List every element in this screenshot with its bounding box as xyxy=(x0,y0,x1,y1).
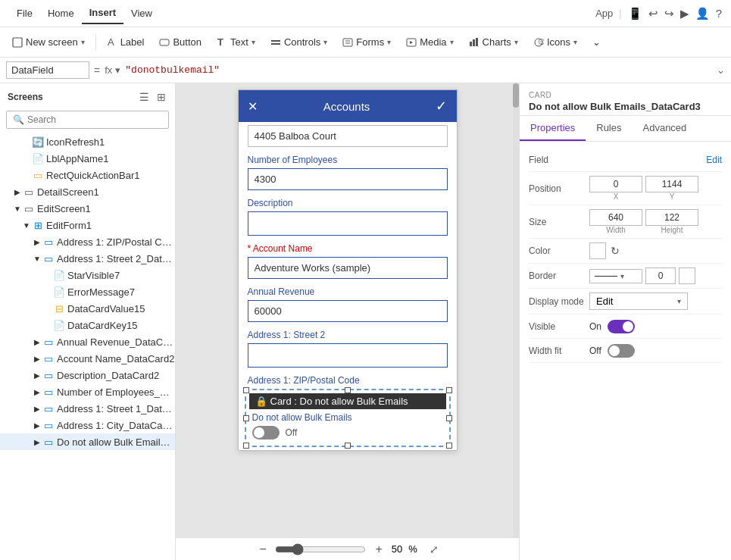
tree-item-accountname[interactable]: ▶ ▭ Account Name_DataCard2 xyxy=(0,350,175,367)
handle-tl[interactable] xyxy=(243,387,249,393)
display-mode-select[interactable]: Edit ▾ xyxy=(589,293,688,310)
tab-advanced[interactable]: Advanced xyxy=(633,116,698,141)
screens-header-icons: ☰ ⊞ xyxy=(138,89,167,105)
toggle-knob xyxy=(254,427,264,438)
account-name-input[interactable] xyxy=(248,257,448,279)
menu-home[interactable]: Home xyxy=(40,3,82,23)
tree-item-editscreen1[interactable]: ▼ ▭ EditScreen1 xyxy=(0,200,175,217)
charts-button[interactable]: Charts ▾ xyxy=(463,33,524,51)
position-y-input[interactable] xyxy=(645,176,698,192)
color-swatch[interactable] xyxy=(589,242,606,259)
size-width-input[interactable] xyxy=(589,209,642,226)
address-input[interactable] xyxy=(248,125,448,147)
label-button[interactable]: A Label xyxy=(101,33,151,51)
card-type-label: CARD xyxy=(529,91,722,99)
width-fit-toggle[interactable] xyxy=(608,344,635,358)
tree-item-address1street1[interactable]: ▶ ▭ Address 1: Street 1_DataCar xyxy=(0,400,175,417)
tab-rules[interactable]: Rules xyxy=(586,116,632,141)
forms-button[interactable]: Forms ▾ xyxy=(336,33,397,51)
handle-tc[interactable] xyxy=(345,387,351,393)
tree-item-numemployees[interactable]: ▶ ▭ Number of Employees_Data xyxy=(0,383,175,400)
tab-properties[interactable]: Properties xyxy=(520,116,586,141)
screens-header: Screens ☰ ⊞ xyxy=(0,83,175,108)
tree-item-starvisible7[interactable]: 📄 StarVisible7 xyxy=(0,267,175,283)
phone-icon[interactable]: 📱 xyxy=(628,7,642,20)
annual-revenue-input[interactable] xyxy=(248,300,448,322)
tree-item-donotbulkemail[interactable]: ▶ ▭ Do not allow Bulk Emails_D xyxy=(0,433,175,450)
tree-label: StarVisible7 xyxy=(67,270,120,281)
controls-button[interactable]: Controls ▾ xyxy=(264,33,333,51)
formula-field-select[interactable] xyxy=(6,61,89,79)
redo-icon[interactable]: ↪ xyxy=(664,7,674,20)
tree-item-address1city[interactable]: ▶ ▭ Address 1: City_DataCard2 xyxy=(0,417,175,433)
formula-input[interactable] xyxy=(125,64,712,76)
new-screen-button[interactable]: New screen ▾ xyxy=(6,33,91,51)
tree-item-iconrefresh1[interactable]: 🔄 IconRefresh1 xyxy=(0,133,175,150)
address2-input[interactable] xyxy=(248,343,448,368)
phone-frame: ✕ Accounts ✓ Number of Employees xyxy=(238,89,458,451)
help-icon[interactable]: ? xyxy=(716,7,722,20)
undo-icon[interactable]: ↩ xyxy=(648,7,658,20)
formula-expand-icon[interactable]: ⌄ xyxy=(717,64,725,76)
tree-item-description[interactable]: ▶ ▭ Description_DataCard2 xyxy=(0,367,175,383)
list-view-icon[interactable]: ☰ xyxy=(138,89,151,105)
media-button[interactable]: Media ▾ xyxy=(400,33,459,51)
tree-item-address1zip[interactable]: ▶ ▭ Address 1: ZIP/Postal Code_ xyxy=(0,233,175,250)
zoom-minus-button[interactable]: − xyxy=(256,543,269,556)
visible-toggle[interactable] xyxy=(608,320,635,333)
menu-view[interactable]: View xyxy=(123,3,160,23)
tree-item-rectquickactionbar1[interactable]: ▭ RectQuickActionBar1 xyxy=(0,167,175,183)
num-employees-input[interactable] xyxy=(248,168,448,190)
position-x-input[interactable] xyxy=(589,176,642,192)
border-width-input[interactable] xyxy=(645,267,676,284)
zoom-slider[interactable] xyxy=(275,543,366,555)
tree-item-editform1[interactable]: ▼ ⊞ EditForm1 xyxy=(0,217,175,233)
handle-tr[interactable] xyxy=(446,387,452,393)
tree-item-datacardkey15[interactable]: 📄 DataCardKey15 xyxy=(0,317,175,333)
tree-item-annualrev[interactable]: ▶ ▭ Annual Revenue_DataCard2 xyxy=(0,333,175,350)
description-input[interactable] xyxy=(248,211,448,236)
search-input[interactable] xyxy=(27,114,162,125)
close-button[interactable]: ✕ xyxy=(248,99,258,114)
tree-item-lblappname1[interactable]: 📄 LblAppName1 xyxy=(0,150,175,167)
tree-item-errormessage7[interactable]: 📄 ErrorMessage7 xyxy=(0,283,175,300)
tree-item-datacardvalue15[interactable]: ⊟ DataCardValue15 xyxy=(0,300,175,317)
icons-button[interactable]: ☺ Icons ▾ xyxy=(527,33,583,51)
bulk-email-toggle[interactable] xyxy=(252,426,280,440)
grid-view-icon[interactable]: ⊞ xyxy=(155,89,167,105)
card-icon: ▭ xyxy=(42,252,55,264)
handle-ml[interactable] xyxy=(243,415,249,421)
form-icon: 📄 xyxy=(32,152,44,164)
border-color-swatch[interactable] xyxy=(679,267,695,284)
user-icon[interactable]: 👤 xyxy=(695,7,710,20)
scrollbar-track[interactable] xyxy=(513,83,519,537)
handle-mr[interactable] xyxy=(446,415,452,421)
button-button[interactable]: Button xyxy=(153,33,208,51)
border-style-select[interactable]: ▾ xyxy=(589,269,642,283)
confirm-button[interactable]: ✓ xyxy=(436,98,447,114)
color-refresh-icon[interactable]: ↻ xyxy=(611,245,620,257)
handle-bl[interactable] xyxy=(243,443,249,449)
field-edit-link[interactable]: Edit xyxy=(706,155,722,165)
num-employees-field: Number of Employees xyxy=(239,150,457,193)
expand-icon: ▶ xyxy=(32,438,42,446)
text-button[interactable]: T Text ▾ xyxy=(211,33,261,51)
menu-file[interactable]: File xyxy=(9,3,40,23)
toggle-row: Off xyxy=(249,426,446,443)
zoom-plus-button[interactable]: + xyxy=(372,543,385,556)
width-fit-value: Off xyxy=(589,344,722,358)
play-icon[interactable]: ▶ xyxy=(680,7,689,20)
tree-item-detailscreen1[interactable]: ▶ ▭ DetailScreen1 xyxy=(0,183,175,200)
zoom-value: 50 xyxy=(392,543,402,555)
zoom-expand-icon[interactable]: ⤢ xyxy=(430,543,439,555)
tree-item-address1street2[interactable]: ▼ ▭ Address 1: Street 2_DataCar xyxy=(0,250,175,267)
size-height-input[interactable] xyxy=(645,209,698,226)
svg-text:T: T xyxy=(217,37,223,48)
more-button[interactable]: ⌄ xyxy=(586,33,607,51)
handle-bc[interactable] xyxy=(345,443,351,449)
form-icon: 📄 xyxy=(53,319,65,331)
scrollbar-thumb[interactable] xyxy=(513,83,519,108)
svg-rect-4 xyxy=(271,40,280,42)
menu-insert[interactable]: Insert xyxy=(82,2,123,24)
handle-br[interactable] xyxy=(446,443,452,449)
